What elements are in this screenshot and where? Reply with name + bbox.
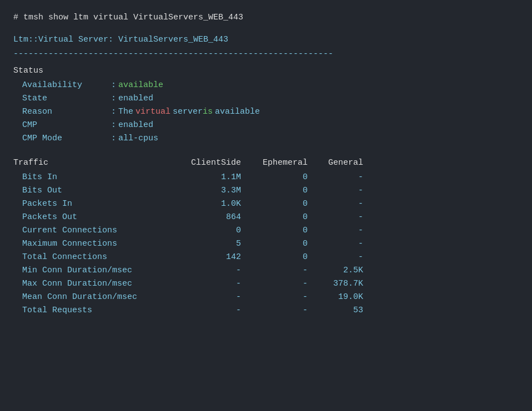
status-header: Status [13,64,519,78]
reason-is: is [203,105,213,119]
traffic-row-clientside: 3.3M [169,184,241,197]
traffic-row: Current Connections 0 0 - [22,224,519,237]
traffic-row-label: Packets Out [22,211,169,224]
reason-label: Reason [22,105,111,119]
state-label: State [22,92,111,105]
traffic-row: Min Conn Duration/msec - - 2.5K [22,264,519,277]
reason-available: available [215,105,260,119]
traffic-row-label: Bits Out [22,184,169,197]
cmp-mode-value: all-cpus [118,132,158,145]
traffic-row-clientside: - [169,291,241,304]
reason-row: Reason : The virtual server is available [22,105,519,119]
traffic-row-ephemeral: - [241,291,308,304]
traffic-row-general: - [308,251,363,264]
ephemeral-col-header: Ephemeral [241,156,308,170]
traffic-row-ephemeral: - [241,277,308,291]
traffic-row-general: - [308,237,363,251]
divider: ----------------------------------------… [13,48,519,61]
traffic-row-label: Packets In [22,197,169,211]
traffic-row-clientside: - [169,277,241,291]
traffic-row-label: Bits In [22,171,169,184]
traffic-row-general: 53 [308,304,363,317]
cmp-label: CMP [22,119,111,132]
availability-row: Availability : available [22,79,519,92]
traffic-row-clientside: 0 [169,224,241,237]
traffic-row: Total Requests - - 53 [22,304,519,317]
traffic-row-clientside: 1.1M [169,171,241,184]
traffic-section: Traffic ClientSide Ephemeral General Bit… [13,156,519,317]
traffic-row-label: Mean Conn Duration/msec [22,291,169,304]
reason-the: The [118,105,133,119]
traffic-row-general: - [308,171,363,184]
traffic-row: Maximum Connections 5 0 - [22,237,519,251]
traffic-row-ephemeral: - [241,264,308,277]
traffic-row: Max Conn Duration/msec - - 378.7K [22,277,519,291]
traffic-row: Mean Conn Duration/msec - - 19.0K [22,291,519,304]
traffic-row-label: Max Conn Duration/msec [22,277,169,291]
general-col-header: General [308,156,363,170]
cmp-row: CMP : enabled [22,119,519,132]
traffic-row-ephemeral: 0 [241,197,308,211]
reason-virtual: virtual [135,105,170,119]
traffic-row-ephemeral: 0 [241,237,308,251]
cmp-value: enabled [118,119,153,132]
traffic-row-label: Min Conn Duration/msec [22,264,169,277]
cmp-mode-colon: : [111,132,116,145]
availability-value: available [118,79,163,92]
cmp-colon: : [111,119,116,132]
traffic-row: Packets Out 864 0 - [22,211,519,224]
traffic-row-ephemeral: 0 [241,211,308,224]
reason-colon: : [111,105,116,119]
traffic-row-clientside: 864 [169,211,241,224]
traffic-row-clientside: 1.0K [169,197,241,211]
traffic-row-general: - [308,197,363,211]
traffic-rows: Bits In 1.1M 0 - Bits Out 3.3M 0 - Packe… [13,171,519,317]
traffic-row-general: - [308,224,363,237]
availability-colon: : [111,79,116,92]
traffic-row-general: 2.5K [308,264,363,277]
traffic-row-clientside: - [169,304,241,317]
traffic-row-label: Total Connections [22,251,169,264]
traffic-row-label: Maximum Connections [22,237,169,251]
traffic-col-header: Traffic [13,156,169,170]
traffic-row: Bits Out 3.3M 0 - [22,184,519,197]
terminal-window: # tmsh show ltm virtual VirtualServers_W… [0,0,532,411]
state-row: State : enabled [22,92,519,105]
cmp-mode-label: CMP Mode [22,132,111,145]
state-colon: : [111,92,116,105]
traffic-row-general: 378.7K [308,277,363,291]
traffic-row: Packets In 1.0K 0 - [22,197,519,211]
clientside-col-header: ClientSide [169,156,241,170]
traffic-row-general: - [308,211,363,224]
traffic-row-clientside: - [169,264,241,277]
cmp-mode-row: CMP Mode : all-cpus [22,132,519,145]
traffic-header-row: Traffic ClientSide Ephemeral General [13,156,519,170]
traffic-row: Total Connections 142 0 - [22,251,519,264]
traffic-row: Bits In 1.1M 0 - [22,171,519,184]
state-value: enabled [118,92,153,105]
traffic-row-general: 19.0K [308,291,363,304]
reason-server: server [173,105,203,119]
traffic-row-label: Current Connections [22,224,169,237]
availability-label: Availability [22,79,111,92]
server-title: Ltm::Virtual Server: VirtualServers_WEB_… [13,33,519,47]
reason-value: The virtual server is available [118,105,260,119]
traffic-row-ephemeral: 0 [241,184,308,197]
traffic-row-ephemeral: 0 [241,171,308,184]
command-line: # tmsh show ltm virtual VirtualServers_W… [13,11,519,24]
traffic-row-ephemeral: 0 [241,251,308,264]
traffic-row-clientside: 142 [169,251,241,264]
traffic-row-ephemeral: - [241,304,308,317]
traffic-row-clientside: 5 [169,237,241,251]
traffic-row-label: Total Requests [22,304,169,317]
traffic-row-general: - [308,184,363,197]
traffic-row-ephemeral: 0 [241,224,308,237]
